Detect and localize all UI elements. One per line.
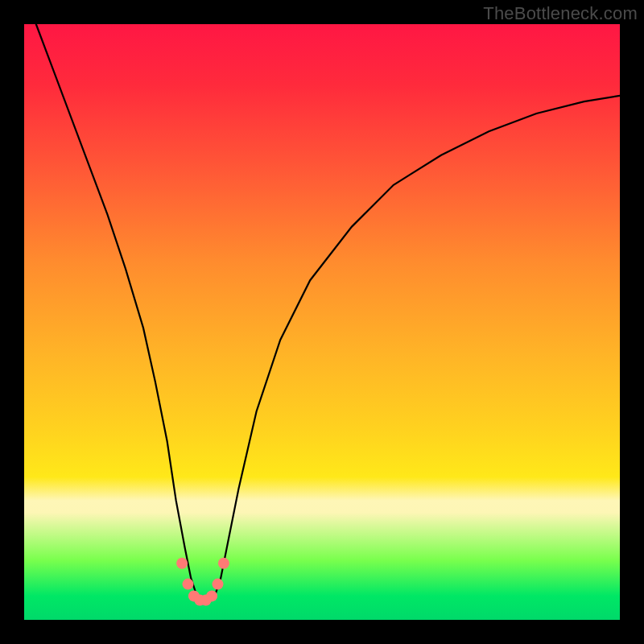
marker-dot (183, 579, 194, 590)
chart-svg (24, 24, 620, 620)
marker-dot (206, 590, 217, 601)
marker-dots (176, 558, 229, 606)
plot-area (24, 24, 620, 620)
marker-dot (218, 558, 229, 569)
marker-dot (176, 558, 188, 569)
bottleneck-curve (36, 24, 620, 602)
watermark-text: TheBottleneck.com (483, 3, 638, 24)
marker-dot (213, 579, 224, 590)
chart-frame: TheBottleneck.com (0, 0, 644, 644)
